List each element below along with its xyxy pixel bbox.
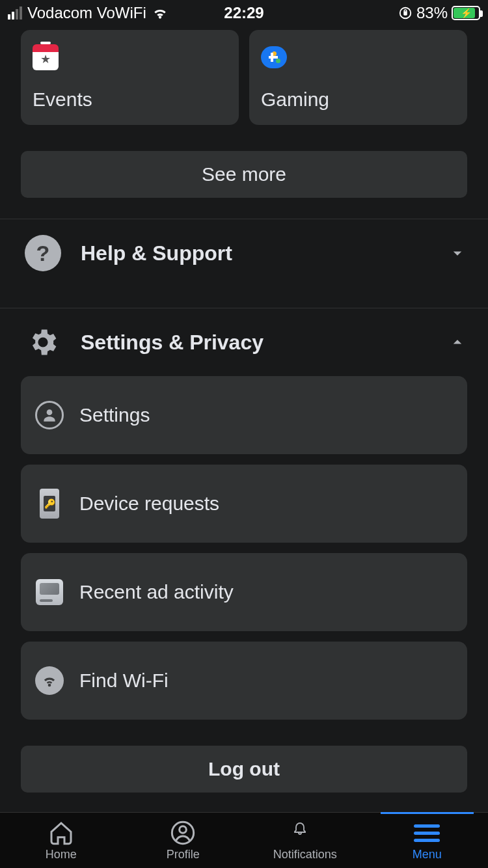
hamburger-icon — [413, 819, 441, 847]
help-support-title: Help & Support — [81, 241, 428, 265]
status-time: 22:29 — [224, 4, 264, 22]
status-left: Vodacom VoWiFi — [8, 4, 169, 22]
menu-item-label: Find Wi-Fi — [79, 670, 169, 692]
menu-item-recent-ad-activity[interactable]: Recent ad activity — [21, 553, 467, 631]
bell-icon — [291, 819, 319, 847]
home-icon — [47, 819, 75, 847]
tab-label: Profile — [167, 848, 200, 861]
tab-home[interactable]: Home — [0, 813, 122, 868]
events-icon — [33, 44, 59, 70]
shortcut-gaming[interactable]: Gaming — [249, 30, 467, 125]
tab-label: Home — [46, 848, 77, 861]
settings-privacy-title: Settings & Privacy — [81, 331, 428, 355]
menu-item-label: Recent ad activity — [79, 581, 234, 603]
menu-item-settings[interactable]: Settings — [21, 376, 467, 454]
logout-button[interactable]: Log out — [21, 746, 467, 793]
battery-icon: ⚡ — [452, 6, 480, 20]
profile-icon — [169, 819, 197, 847]
device-icon: 🔑 — [35, 489, 64, 518]
tab-label: Menu — [413, 848, 442, 861]
wifi-icon — [152, 5, 169, 21]
gear-icon — [25, 324, 61, 360]
shortcut-label: Events — [33, 88, 227, 111]
shortcut-label: Gaming — [261, 88, 455, 111]
carrier-label: Vodacom VoWiFi — [27, 4, 146, 22]
menu-item-find-wifi[interactable]: Find Wi-Fi — [21, 642, 467, 720]
shortcut-row: Events Gaming — [0, 26, 488, 125]
chevron-up-icon — [448, 332, 467, 352]
gaming-icon — [261, 44, 287, 70]
person-icon — [35, 401, 64, 429]
see-more-button[interactable]: See more — [21, 151, 467, 198]
tab-notifications[interactable]: Notifications — [244, 813, 366, 868]
svg-rect-1 — [403, 11, 407, 15]
svg-point-2 — [47, 409, 53, 415]
see-more-label: See more — [202, 163, 286, 185]
menu-content: Events Gaming See more ? Help & Support … — [0, 26, 488, 793]
orientation-lock-icon — [398, 6, 413, 20]
ad-icon — [35, 578, 64, 606]
tab-profile[interactable]: Profile — [122, 813, 245, 868]
signal-icon — [8, 7, 22, 20]
chevron-down-icon — [448, 243, 467, 263]
menu-item-label: Device requests — [79, 493, 219, 515]
status-bar: Vodacom VoWiFi 22:29 83% ⚡ — [0, 0, 488, 26]
wifi-icon — [35, 666, 64, 695]
tab-menu[interactable]: Menu — [366, 813, 489, 868]
settings-privacy-header[interactable]: Settings & Privacy — [0, 308, 488, 376]
svg-point-4 — [180, 826, 187, 834]
status-right: 83% ⚡ — [398, 4, 480, 22]
tab-bar: Home Profile Notifications Menu — [0, 812, 488, 868]
tab-label: Notifications — [273, 848, 337, 861]
logout-label: Log out — [208, 758, 280, 780]
shortcut-events[interactable]: Events — [21, 30, 239, 125]
settings-privacy-submenu: Settings 🔑 Device requests Recent ad act… — [0, 376, 488, 720]
help-support-header[interactable]: ? Help & Support — [0, 219, 488, 287]
menu-item-label: Settings — [79, 404, 150, 426]
question-icon: ? — [25, 235, 61, 271]
menu-item-device-requests[interactable]: 🔑 Device requests — [21, 465, 467, 543]
battery-percent: 83% — [416, 4, 448, 22]
